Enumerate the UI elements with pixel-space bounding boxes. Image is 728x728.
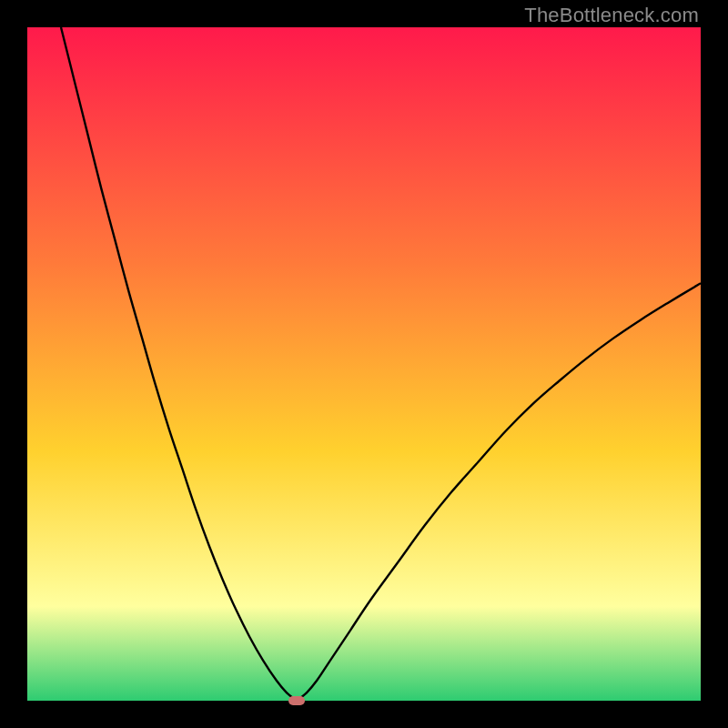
gradient-background [27, 27, 701, 701]
bottleneck-chart [27, 27, 701, 701]
watermark-label: TheBottleneck.com [524, 4, 699, 27]
plot-frame [27, 27, 701, 701]
minimum-marker [288, 696, 305, 705]
